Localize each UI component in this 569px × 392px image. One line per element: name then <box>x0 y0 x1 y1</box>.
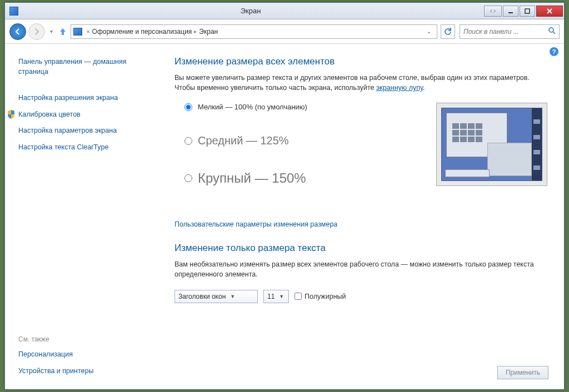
description-text-only: Вам необязательно изменять размер всех э… <box>174 259 547 279</box>
search-box[interactable] <box>460 24 560 39</box>
font-size-combo[interactable]: 11 ▼ <box>263 290 289 303</box>
radio-medium[interactable]: Средний — 125% <box>184 134 420 147</box>
control-panel-icon <box>73 28 82 36</box>
dock-button[interactable] <box>484 6 502 17</box>
svg-point-2 <box>549 28 553 32</box>
chevron-down-icon: ▼ <box>279 294 284 299</box>
bold-checkbox[interactable] <box>295 293 302 300</box>
search-input[interactable] <box>463 28 548 36</box>
refresh-button[interactable] <box>441 24 455 39</box>
sidebar-home-link[interactable]: Панель управления — домашняя страница <box>18 54 150 80</box>
apply-button[interactable]: Применить <box>497 366 548 379</box>
breadcrumb-dropdown[interactable]: ⌄ <box>423 28 435 34</box>
radio-small-input[interactable] <box>184 103 192 111</box>
custom-scaling-link[interactable]: Пользовательские параметры изменения раз… <box>174 220 547 228</box>
svg-line-3 <box>553 32 555 34</box>
radio-small[interactable]: Мелкий — 100% (по умолчанию) <box>184 103 420 111</box>
navigation-bar: ▾ « Оформление и персонализация ▸ Экран … <box>5 19 564 44</box>
see-also-personalization[interactable]: Персонализация <box>18 346 150 363</box>
radio-large-input[interactable] <box>184 174 192 182</box>
maximize-button[interactable] <box>520 6 535 17</box>
radio-medium-input[interactable] <box>184 137 192 145</box>
sidebar-item-color-calibration[interactable]: Калибровка цветов <box>18 107 150 123</box>
svg-rect-1 <box>525 9 530 13</box>
breadcrumb[interactable]: « Оформление и персонализация ▸ Экран ⌄ <box>71 24 437 39</box>
shield-icon <box>7 110 15 119</box>
breadcrumb-level2[interactable]: Экран <box>199 28 218 36</box>
main-content: Изменение размера всех элементов Вы може… <box>152 44 564 389</box>
see-also-devices[interactable]: Устройства и принтеры <box>18 363 150 380</box>
back-button[interactable] <box>9 23 26 40</box>
window-title: Экран <box>18 7 483 15</box>
forward-button[interactable] <box>28 23 45 40</box>
breadcrumb-level1[interactable]: Оформление и персонализация <box>92 28 192 36</box>
titlebar: Экран <box>5 3 564 19</box>
help-icon[interactable]: ? <box>550 47 558 56</box>
sidebar: Панель управления — домашняя страница На… <box>5 44 152 389</box>
description-resize-all: Вы можете увеличить размер текста и друг… <box>174 73 547 93</box>
sidebar-item-cleartype[interactable]: Настройка текста ClearType <box>18 139 150 156</box>
sidebar-item-resolution[interactable]: Настройка разрешения экрана <box>18 90 150 107</box>
breadcrumb-prefix: « <box>84 28 92 34</box>
heading-resize-all: Изменение размера всех элементов <box>174 56 547 67</box>
up-button[interactable] <box>57 26 68 37</box>
history-dropdown[interactable]: ▾ <box>47 26 55 37</box>
search-icon <box>548 27 556 36</box>
chevron-down-icon: ▼ <box>230 294 235 299</box>
heading-text-only: Изменение только размера текста <box>174 243 547 254</box>
radio-large[interactable]: Крупный — 150% <box>184 170 420 186</box>
element-combo[interactable]: Заголовки окон ▼ <box>174 290 258 303</box>
sidebar-item-display-params[interactable]: Настройка параметров экрана <box>18 123 150 139</box>
scale-preview <box>436 103 547 186</box>
bold-checkbox-row[interactable]: Полужирный <box>295 293 346 300</box>
sidebar-item-label: Калибровка цветов <box>18 110 81 120</box>
chevron-right-icon: ▸ <box>194 28 197 34</box>
app-icon <box>9 7 18 16</box>
minimize-button[interactable] <box>503 6 518 17</box>
see-also-heading: См. также <box>18 331 150 346</box>
magnifier-link[interactable]: экранную лупу <box>376 84 423 92</box>
close-button[interactable] <box>536 6 563 17</box>
